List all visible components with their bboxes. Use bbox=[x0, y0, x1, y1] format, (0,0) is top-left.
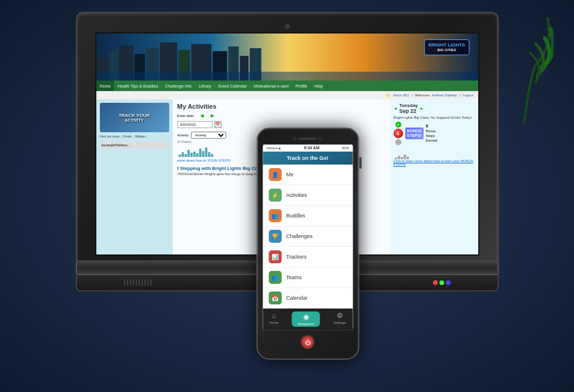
calendar-icon[interactable]: 📅 bbox=[214, 121, 221, 128]
bottom-btn-navigation[interactable]: ◉ Navigation bbox=[291, 311, 320, 327]
menu-item-calendar[interactable]: 📅 Calendar bbox=[263, 288, 353, 309]
bar12 bbox=[211, 154, 213, 157]
nav-item-events[interactable]: Event Calendar bbox=[215, 81, 250, 91]
settings-label: Settings bbox=[333, 321, 346, 324]
vent2 bbox=[127, 280, 128, 286]
menu-item-trackers[interactable]: 📊 Trackers bbox=[263, 247, 353, 267]
date-label: Sep 22 bbox=[399, 108, 418, 114]
carrier-label: Verizon bbox=[266, 146, 278, 150]
menu-icon-trackers: 📊 bbox=[268, 250, 281, 263]
prev-day-icon[interactable]: ◄ bbox=[394, 106, 398, 110]
home-icon: ⌂ bbox=[272, 311, 276, 320]
vent8 bbox=[145, 280, 146, 286]
menu-icon-calendar: 📅 bbox=[268, 292, 281, 304]
sidebar-text: Find out more... Goals... Written... bbox=[100, 135, 169, 139]
next-day-icon[interactable]: ► bbox=[419, 106, 424, 110]
bar10 bbox=[205, 148, 207, 157]
battery-display: 90% bbox=[342, 146, 349, 150]
audio-blue bbox=[446, 280, 451, 285]
menu-item-challenges[interactable]: 🏆 Challenges bbox=[263, 226, 353, 247]
nav-item-challenge[interactable]: Challenge Info bbox=[162, 81, 195, 91]
menu-item-teams[interactable]: 👥 Teams bbox=[263, 267, 353, 288]
date-input[interactable] bbox=[177, 121, 213, 128]
logo-line2: BIG CITIES bbox=[428, 48, 465, 52]
phone: Verizon ▲ 9:34 AM 90% Track on the Go! 👤… bbox=[256, 128, 359, 360]
phone-status-bar: Verizon ▲ 9:34 AM 90% bbox=[263, 145, 353, 152]
audio-ports bbox=[433, 280, 451, 285]
phone-sensor bbox=[319, 137, 323, 140]
bottom-btn-settings[interactable]: ⚙ Settings bbox=[333, 311, 346, 327]
phone-bottom-bar: ⌂ Home ◉ Navigation ⚙ Settings bbox=[263, 309, 353, 330]
phone-nav-menu: 👤 Me ⚡ Activities 👥 Buddles 🏆 Challenges bbox=[263, 165, 353, 309]
bar6 bbox=[193, 152, 196, 157]
site-navigation: Home Health Tips & Buddies Challenge Inf… bbox=[96, 81, 478, 91]
next-arrow[interactable]: ► bbox=[210, 112, 216, 119]
scene: BRIGHT LIGHTS BIG CITIES Home Health Tip… bbox=[0, 0, 574, 392]
challenge-text: Bright Lights Big Cities: No Sugared Dri… bbox=[394, 116, 475, 119]
vent5 bbox=[136, 280, 137, 286]
phone-camera bbox=[293, 137, 297, 140]
topbar-logout[interactable]: Logout bbox=[462, 93, 473, 97]
nav-item-library[interactable]: Library bbox=[195, 81, 214, 91]
sidebar-image: TRACK YOUR ACTIVITY bbox=[100, 103, 169, 132]
vent4 bbox=[133, 280, 134, 286]
laptop-camera bbox=[285, 24, 290, 29]
audio-red bbox=[433, 280, 438, 285]
menu-item-buddies[interactable]: 👥 Buddles bbox=[263, 206, 353, 226]
site-topbar: 📁 Inbox (81) / Welcome Andrew Zalasky / … bbox=[96, 91, 478, 99]
bar9 bbox=[202, 151, 204, 157]
phone-side-button[interactable] bbox=[359, 157, 361, 169]
logo-line1: BRIGHT LIGHTS bbox=[428, 42, 465, 48]
minus-button[interactable]: - bbox=[395, 139, 401, 145]
vent6 bbox=[139, 280, 140, 286]
date-row: Enter date: ◄ ► bbox=[177, 112, 385, 119]
bonus-earned-text: 0 BonusStepsEarned bbox=[426, 123, 437, 143]
site-sidebar: TRACK YOUR ACTIVITY Find out more... Goa… bbox=[96, 99, 173, 254]
menu-item-me[interactable]: 👤 Me bbox=[263, 165, 353, 185]
nav-item-ecard[interactable]: Motivational e-card bbox=[250, 81, 292, 91]
settings-icon: ⚙ bbox=[337, 311, 343, 320]
site-header-image: BRIGHT LIGHTS BIG CITIES bbox=[96, 33, 478, 81]
menu-item-activities[interactable]: ⚡ Activities bbox=[263, 185, 353, 206]
menu-icon-buddies: 👥 bbox=[268, 209, 281, 222]
sidebar-url: /tavihealth/FileStore... bbox=[100, 142, 169, 149]
vent9 bbox=[147, 280, 149, 286]
plus-button[interactable]: + bbox=[395, 122, 401, 128]
prev-arrow[interactable]: ◄ bbox=[199, 112, 205, 119]
bar11 bbox=[208, 152, 210, 157]
nav-item-help[interactable]: Help bbox=[311, 81, 326, 91]
phone-power-button[interactable]: ⏻ bbox=[301, 335, 315, 349]
bonus-box: BONUSSTEPS! bbox=[405, 128, 424, 139]
vent3 bbox=[130, 280, 131, 286]
topbar-user[interactable]: Andrew Zalasky bbox=[432, 93, 457, 97]
vent10 bbox=[150, 280, 152, 286]
vent1 bbox=[124, 280, 125, 286]
activity-select[interactable]: Activity bbox=[191, 132, 226, 139]
left-vent bbox=[124, 280, 152, 286]
phone-bezel: Verizon ▲ 9:34 AM 90% Track on the Go! 👤… bbox=[256, 128, 359, 360]
menu-label-challenges: Challenges bbox=[286, 233, 313, 239]
topbar-separator1: / bbox=[411, 93, 412, 97]
phone-top-area bbox=[262, 137, 353, 140]
bonus-chart bbox=[394, 148, 475, 159]
bar8 bbox=[199, 149, 202, 157]
nav-item-home[interactable]: Home bbox=[96, 81, 115, 91]
inbox-icon: 📁 bbox=[387, 93, 391, 98]
menu-label-activities: Activities bbox=[286, 192, 307, 198]
navigation-icon: ◉ bbox=[303, 313, 309, 321]
nav-item-profile[interactable]: Profile bbox=[292, 81, 311, 91]
topbar-separator2: / bbox=[459, 93, 460, 97]
bonus-link[interactable]: Click to learn more about how to earn yo… bbox=[394, 159, 474, 166]
svg-rect-13 bbox=[96, 72, 478, 81]
inbox-label[interactable]: Inbox (81) bbox=[393, 93, 409, 97]
menu-label-teams: Teams bbox=[286, 274, 302, 280]
bar2 bbox=[182, 152, 184, 157]
palm-decoration bbox=[512, 18, 553, 123]
steps-count: 0 bbox=[394, 129, 403, 138]
home-label: Home bbox=[269, 321, 278, 324]
phone-speaker bbox=[299, 138, 317, 140]
bottom-btn-home[interactable]: ⌂ Home bbox=[269, 311, 278, 327]
bonus-steps-row: + 0 - BONUSSTEPS! 0 BonusStepsEarned bbox=[394, 122, 475, 145]
power-symbol: ⏻ bbox=[305, 339, 311, 346]
nav-item-health[interactable]: Health Tips & Buddies bbox=[114, 81, 162, 91]
